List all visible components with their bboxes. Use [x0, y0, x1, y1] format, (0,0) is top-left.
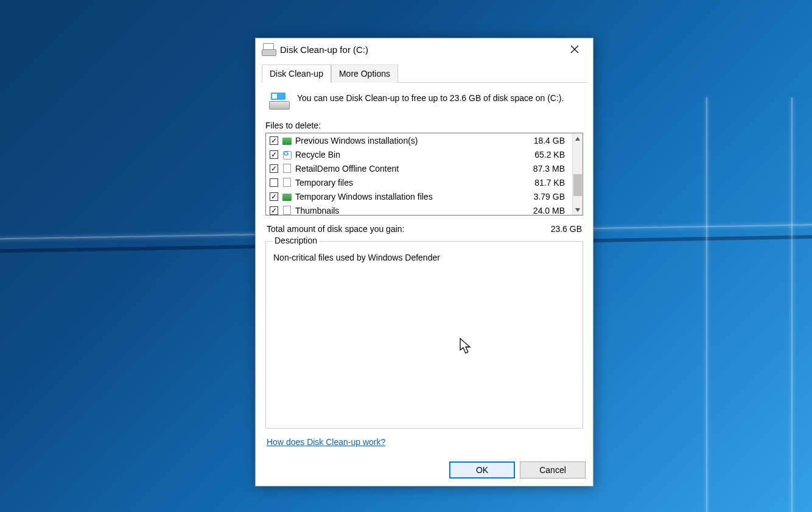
titlebar[interactable]: Disk Clean-up for (C:): [256, 38, 593, 60]
file-icon: [282, 164, 292, 174]
total-value: 23.6 GB: [551, 224, 582, 234]
scroll-up-button[interactable]: [573, 133, 583, 144]
checkbox[interactable]: [270, 192, 278, 201]
list-item-name: Previous Windows installation(s): [295, 136, 516, 146]
checkbox[interactable]: [270, 178, 278, 187]
intro: You can use Disk Clean-up to free up to …: [263, 83, 586, 117]
list-item[interactable]: RetailDemo Offline Content87.3 MB: [266, 161, 572, 175]
list-item-name: Thumbnails: [295, 206, 516, 216]
help-link[interactable]: How does Disk Clean-up work?: [267, 437, 582, 447]
list-item[interactable]: Temporary Windows installation files3.79…: [266, 189, 572, 203]
tab-disk-cleanup[interactable]: Disk Clean-up: [262, 65, 331, 83]
folder-icon: [282, 136, 292, 146]
list-item-size: 24.0 MB: [520, 206, 569, 216]
svg-marker-3: [575, 208, 580, 212]
checkbox[interactable]: [270, 150, 278, 159]
cleanup-icon: [269, 93, 290, 111]
description-text: Non-critical files used by Windows Defen…: [273, 253, 575, 262]
intro-text: You can use Disk Clean-up to free up to …: [297, 93, 564, 104]
file-icon: [282, 178, 292, 188]
list-item-size: 18.4 GB: [520, 136, 569, 146]
checkbox[interactable]: [270, 164, 278, 173]
checkbox[interactable]: [270, 206, 278, 215]
total-label: Total amount of disk space you gain:: [267, 224, 551, 234]
disk-cleanup-dialog: Disk Clean-up for (C:) Disk Clean-up Mor…: [255, 38, 593, 486]
list-item-name: RetailDemo Offline Content: [295, 164, 516, 174]
ok-button[interactable]: OK: [449, 461, 515, 479]
scrollbar[interactable]: [572, 133, 583, 215]
cancel-button[interactable]: Cancel: [520, 461, 586, 479]
tabs: Disk Clean-up More Options: [262, 64, 587, 83]
recycle-icon: [282, 150, 292, 160]
list-item[interactable]: Temporary files81.7 KB: [266, 175, 572, 189]
list-item-size: 81.7 KB: [520, 178, 569, 188]
files-to-delete-label: Files to delete:: [265, 121, 583, 130]
list-item-size: 3.79 GB: [520, 192, 569, 202]
close-button[interactable]: [562, 40, 587, 58]
scroll-thumb[interactable]: [573, 174, 582, 196]
list-item[interactable]: Previous Windows installation(s)18.4 GB: [266, 133, 572, 147]
list-item-size: 87.3 MB: [520, 164, 569, 174]
checkbox[interactable]: [270, 136, 278, 145]
list-item[interactable]: Recycle Bin65.2 KB: [266, 147, 572, 161]
drive-icon: [262, 43, 275, 55]
window-title: Disk Clean-up for (C:): [280, 44, 368, 55]
list-item-size: 65.2 KB: [520, 150, 569, 160]
tab-more-options[interactable]: More Options: [331, 65, 398, 83]
file-icon: [282, 206, 292, 216]
files-listbox[interactable]: Previous Windows installation(s)18.4 GBR…: [265, 133, 583, 216]
list-item-name: Temporary files: [295, 178, 516, 188]
scroll-down-button[interactable]: [573, 205, 583, 215]
folder-icon: [282, 192, 292, 202]
list-item-name: Temporary Windows installation files: [295, 192, 516, 202]
description-group: Description Non-critical files used by W…: [265, 241, 583, 429]
list-item[interactable]: Thumbnails24.0 MB: [266, 203, 572, 215]
list-item-name: Recycle Bin: [295, 150, 516, 160]
description-legend: Description: [272, 236, 320, 245]
svg-marker-2: [575, 137, 580, 141]
close-icon: [570, 45, 579, 54]
scroll-track[interactable]: [573, 144, 583, 205]
